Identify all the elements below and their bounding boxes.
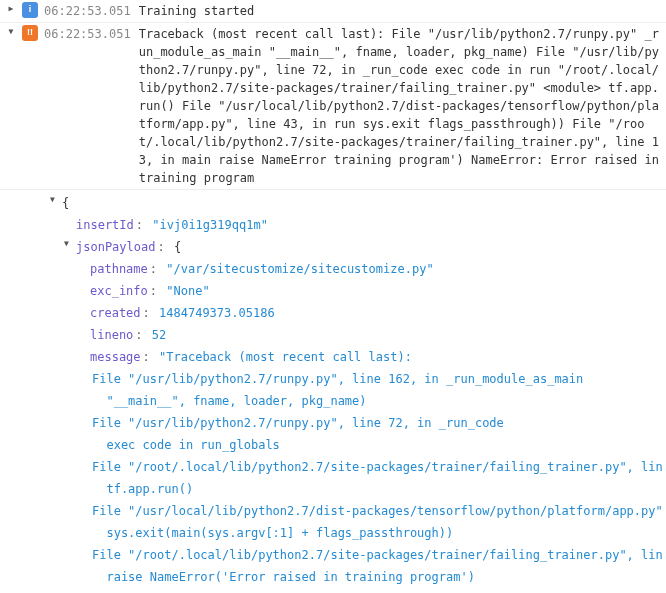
json-msg-line: NameError: Error raised in training prog… xyxy=(50,588,666,593)
json-entry-exc-info[interactable]: exc_info: "None" xyxy=(50,280,666,302)
json-entry-message[interactable]: message: "Traceback (most recent call la… xyxy=(50,346,666,368)
json-msg-line: tf.app.run() xyxy=(50,478,666,500)
log-timestamp: 06:22:53.051 xyxy=(44,2,131,20)
json-msg-line: sys.exit(main(sys.argv[:1] + flags_passt… xyxy=(50,522,666,544)
severity-badge-error: !! xyxy=(22,25,38,41)
log-summary: Traceback (most recent call last): File … xyxy=(139,25,660,187)
json-msg-line: File "/root/.local/lib/python2.7/site-pa… xyxy=(50,456,666,478)
brace: { xyxy=(62,194,69,212)
json-entry-insertId[interactable]: insertId: "ivj0i1g319qq1m" xyxy=(50,214,666,236)
json-msg-line: File "/root/.local/lib/python2.7/site-pa… xyxy=(50,544,666,566)
json-expanded-pane: ▼ { insertId: "ivj0i1g319qq1m" ▼ jsonPay… xyxy=(0,189,666,593)
brace: { xyxy=(174,240,181,254)
json-entry-jsonPayload[interactable]: ▼ jsonPayload: { xyxy=(50,236,666,258)
log-row[interactable]: ▼ !! 06:22:53.051 Traceback (most recent… xyxy=(0,22,666,189)
log-timestamp: 06:22:53.051 xyxy=(44,25,131,43)
log-summary: Training started xyxy=(139,2,660,20)
json-value: "Traceback (most recent call last): xyxy=(159,350,412,364)
json-entry-pathname[interactable]: pathname: "/var/sitecustomize/sitecustom… xyxy=(50,258,666,280)
json-brace-open[interactable]: ▼ { xyxy=(50,192,666,214)
json-msg-line: File "/usr/lib/python2.7/runpy.py", line… xyxy=(50,368,666,390)
json-value: ivj0i1g319qq1m xyxy=(160,218,261,232)
json-msg-line: "__main__", fname, loader, pkg_name) xyxy=(50,390,666,412)
triangle-down-icon[interactable]: ▼ xyxy=(64,238,76,250)
triangle-down-icon[interactable]: ▼ xyxy=(50,194,62,206)
triangle-right-icon[interactable]: ▶ xyxy=(6,3,16,15)
json-msg-line: exec code in run_globals xyxy=(50,434,666,456)
triangle-down-icon[interactable]: ▼ xyxy=(6,26,16,38)
json-msg-line: raise NameError('Error raised in trainin… xyxy=(50,566,666,588)
json-msg-line: File "/usr/local/lib/python2.7/dist-pack… xyxy=(50,500,666,522)
json-value: /var/sitecustomize/sitecustomize.py xyxy=(174,262,427,276)
json-value: None xyxy=(174,284,203,298)
json-value: 1484749373.05186 xyxy=(159,306,275,320)
json-value: 52 xyxy=(152,328,166,342)
severity-badge-info: i xyxy=(22,2,38,18)
json-msg-line: File "/usr/lib/python2.7/runpy.py", line… xyxy=(50,412,666,434)
log-row[interactable]: ▶ i 06:22:53.051 Training started xyxy=(0,0,666,22)
json-entry-created[interactable]: created: 1484749373.05186 xyxy=(50,302,666,324)
json-entry-lineno[interactable]: lineno: 52 xyxy=(50,324,666,346)
